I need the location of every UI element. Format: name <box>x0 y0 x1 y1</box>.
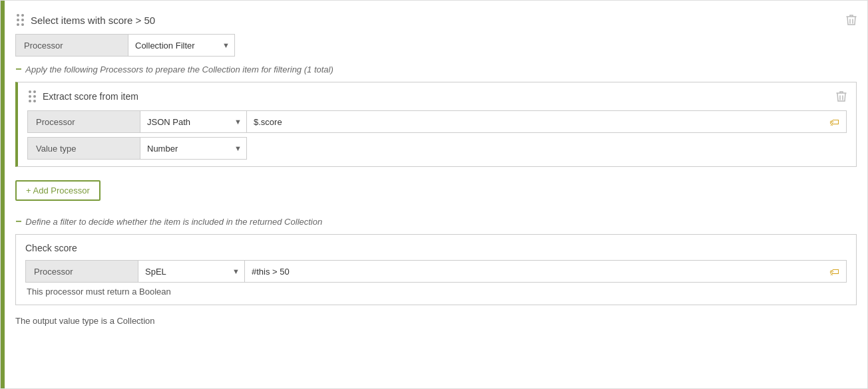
inner-processor-container: Extract score from item Processor JSON P… <box>15 82 857 167</box>
main-processor-select[interactable]: Collection Filter JSON Path SpEL <box>128 34 235 57</box>
filter-container: Check score Processor SpEL JSON Path Col… <box>15 234 857 305</box>
boolean-note: This processor must return a Boolean <box>25 287 847 297</box>
json-path-tag-icon[interactable]: 🏷 <box>823 116 846 128</box>
value-type-select[interactable]: Number String Boolean <box>140 137 247 160</box>
filter-processor-select[interactable]: SpEL JSON Path Collection Filter <box>138 260 245 283</box>
filter-processor-select-wrapper: SpEL JSON Path Collection Filter ▼ <box>138 260 245 283</box>
inner-processor-select-wrapper: JSON Path SpEL Collection Filter ▼ <box>140 110 247 133</box>
inner-processor-label: Processor <box>27 110 140 133</box>
header-row: Select items with score > 50 <box>15 7 857 34</box>
collapse-filter-button[interactable]: − <box>15 215 21 227</box>
drag-handle[interactable] <box>15 13 25 27</box>
json-path-input[interactable] <box>247 111 823 132</box>
main-title: Select items with score > 50 <box>31 15 155 26</box>
filter-note-text: Define a filter to decide whether the it… <box>25 217 322 227</box>
filter-note-row: − Define a filter to decide whether the … <box>15 215 857 227</box>
filter-processor-label: Processor <box>25 260 138 283</box>
spel-input-wrapper: 🏷 <box>245 260 847 283</box>
collapse-apply-button[interactable]: − <box>15 63 21 75</box>
value-type-row: Value type Number String Boolean ▼ <box>27 137 847 160</box>
spel-row: Processor SpEL JSON Path Collection Filt… <box>25 260 847 283</box>
inner-drag-handle[interactable] <box>27 89 37 104</box>
apply-note-row: − Apply the following Processors to prep… <box>15 63 857 75</box>
inner-processor-select[interactable]: JSON Path SpEL Collection Filter <box>140 110 247 133</box>
inner-processor-title: Extract score from item <box>43 91 138 102</box>
json-path-input-wrapper: 🏷 <box>247 110 847 133</box>
filter-title: Check score <box>25 243 847 253</box>
main-container: Select items with score > 50 Processor C… <box>0 0 868 389</box>
output-note: The output value type is a Collection <box>15 313 857 328</box>
inner-processor-header: Extract score from item <box>27 89 847 104</box>
delete-main-button[interactable] <box>846 14 857 26</box>
spel-tag-icon[interactable]: 🏷 <box>823 266 846 277</box>
json-path-row: Processor JSON Path SpEL Collection Filt… <box>27 110 847 133</box>
content: Select items with score > 50 Processor C… <box>5 1 867 335</box>
inner-processor-fields: Processor JSON Path SpEL Collection Filt… <box>27 110 847 160</box>
value-type-select-wrapper: Number String Boolean ▼ <box>140 137 247 160</box>
delete-inner-button[interactable] <box>836 90 847 102</box>
apply-note-text: Apply the following Processors to prepar… <box>25 65 333 74</box>
add-processor-button[interactable]: + Add Processor <box>15 180 101 201</box>
main-processor-label: Processor <box>15 34 128 57</box>
value-type-label: Value type <box>27 137 140 160</box>
main-processor-row: Processor Collection Filter JSON Path Sp… <box>15 34 857 57</box>
spel-input[interactable] <box>245 261 823 282</box>
header-left: Select items with score > 50 <box>15 13 155 27</box>
main-processor-select-wrapper: Collection Filter JSON Path SpEL ▼ <box>128 34 235 57</box>
inner-header-left: Extract score from item <box>27 89 138 104</box>
left-accent <box>1 1 5 388</box>
